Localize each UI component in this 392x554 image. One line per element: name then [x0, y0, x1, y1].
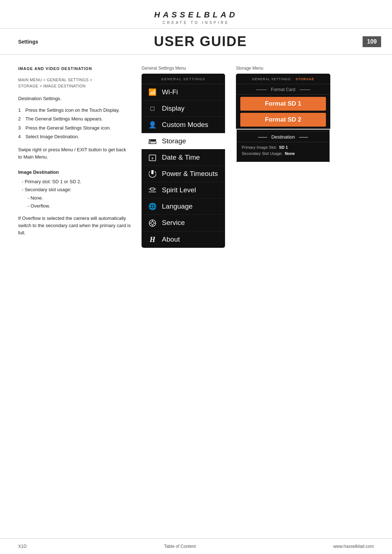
destination-title: Destination — [237, 131, 330, 142]
menu-item-custom-modes[interactable]: 👤 Custom Modes — [142, 117, 225, 133]
storage-header-prefix: GENERAL SETTINGS: — [252, 77, 292, 81]
general-menu-label: General Settings Menu — [142, 66, 225, 71]
storage-menu-header: GENERAL SETTINGS: STORAGE — [236, 74, 330, 84]
settings-label: Settings — [18, 39, 38, 45]
camera-menu: GENERAL SETTINGS 📶 Wi-Fi □ Display 👤 Cus… — [142, 74, 225, 248]
breadcrumb: MAIN MENU > GENERAL SETTINGS >STORAGE > … — [18, 77, 131, 89]
destination-section: Destination Primary Image Slot: SD 1 Sec… — [236, 129, 330, 163]
menu-item-datetime[interactable]: 8 Date & Time — [142, 149, 225, 166]
datetime-icon: 8 — [148, 153, 157, 161]
custom-modes-icon: 👤 — [148, 121, 157, 129]
service-icon — [148, 219, 157, 227]
secondary-slot-row: Secondary Slot Usage: None — [242, 151, 324, 156]
menu-item-about[interactable]: H About — [142, 231, 225, 248]
list-item: - Primary slot: SD 1 or SD 2. — [22, 178, 131, 185]
camera-menu-header: GENERAL SETTINGS — [142, 74, 225, 84]
power-icon — [148, 170, 157, 178]
menu-item-language[interactable]: 🌐 Language — [142, 198, 225, 215]
page-number: 109 — [363, 36, 381, 47]
svg-rect-9 — [151, 188, 154, 190]
storage-menu-column: Storage Menu GENERAL SETTINGS: STORAGE F… — [236, 66, 374, 248]
main-content: IMAGE AND VIDEO DESTINATION MAIN MENU > … — [0, 55, 392, 259]
menu-item-display[interactable]: □ Display — [142, 100, 225, 117]
brand-tagline: CREATE TO INSPIRE — [0, 21, 392, 25]
storage-header-storage: STORAGE — [295, 77, 314, 81]
page-header: HASSELBLAD CREATE TO INSPIRE — [0, 0, 392, 29]
step-3: 3Press the General Settings Storage icon… — [18, 124, 131, 132]
menu-item-service[interactable]: Service — [142, 215, 225, 231]
general-settings-menu-column: General Settings Menu GENERAL SETTINGS 📶… — [142, 66, 225, 248]
step-2: 2The General Settings Menu appears. — [18, 115, 131, 123]
storage-info: Primary Image Slot: SD 1 Secondary Slot … — [237, 142, 330, 162]
list-item: - Overflow. — [22, 202, 131, 210]
footer-right: www.hasselblad.com — [333, 544, 374, 549]
spirit-level-icon — [148, 186, 157, 194]
menu-item-spirit-level[interactable]: Spirit Level — [142, 182, 225, 198]
image-destination-heading: Image Destination — [18, 169, 131, 176]
footer-left: X1D — [18, 544, 26, 549]
svg-rect-6 — [151, 170, 154, 174]
primary-slot-value: SD 1 — [279, 145, 288, 149]
step-4: 4Select Image Destination. — [18, 133, 131, 140]
about-icon: H — [148, 235, 157, 244]
footer-center: Table of Content — [164, 544, 196, 549]
page-footer: X1D Table of Content www.hasselblad.com — [0, 538, 392, 554]
svg-point-12 — [151, 222, 154, 225]
svg-rect-2 — [150, 140, 151, 141]
page-title: USER GUIDE — [38, 34, 363, 49]
section-heading: IMAGE AND VIDEO DESTINATION — [18, 66, 131, 72]
overflow-note: If Overflow is selected the camera will … — [18, 215, 131, 237]
list-item: - Secondary slot usage: — [22, 186, 131, 193]
format-sd2-button[interactable]: Format SD 2 — [240, 113, 326, 127]
steps-list: 1Press the Settings icon on the Touch Di… — [18, 107, 131, 140]
primary-slot-row: Primary Image Slot: SD 1 — [242, 145, 324, 149]
destination-settings-label: Destination Settings. — [18, 95, 131, 102]
svg-text:8: 8 — [152, 157, 154, 160]
display-icon: □ — [148, 105, 157, 112]
list-item: - None. — [22, 194, 131, 202]
storage-icon — [148, 137, 157, 145]
format-card-title: Format Card — [236, 84, 330, 95]
menu-item-power[interactable]: Power & Timeouts — [142, 166, 225, 182]
language-icon: 🌐 — [148, 202, 157, 210]
menu-item-wifi[interactable]: 📶 Wi-Fi — [142, 84, 225, 100]
brand-logo: HASSELBLAD — [0, 10, 392, 20]
storage-menu-label: Storage Menu — [236, 66, 374, 71]
top-bar: Settings USER GUIDE 109 — [0, 29, 392, 55]
image-dest-list: - Primary slot: SD 1 or SD 2. - Secondar… — [18, 178, 131, 210]
step-1: 1Press the Settings icon on the Touch Di… — [18, 107, 131, 114]
wifi-icon: 📶 — [148, 88, 157, 96]
format-sd1-button[interactable]: Format SD 1 — [240, 97, 326, 111]
secondary-slot-value: None — [285, 151, 295, 156]
swipe-note: Swipe right or press Menu / EXIT button … — [18, 146, 131, 161]
svg-rect-3 — [150, 143, 151, 143]
left-column: IMAGE AND VIDEO DESTINATION MAIN MENU > … — [18, 66, 131, 248]
menu-item-storage[interactable]: Storage — [142, 133, 225, 149]
storage-menu: GENERAL SETTINGS: STORAGE Format Card Fo… — [236, 74, 330, 163]
